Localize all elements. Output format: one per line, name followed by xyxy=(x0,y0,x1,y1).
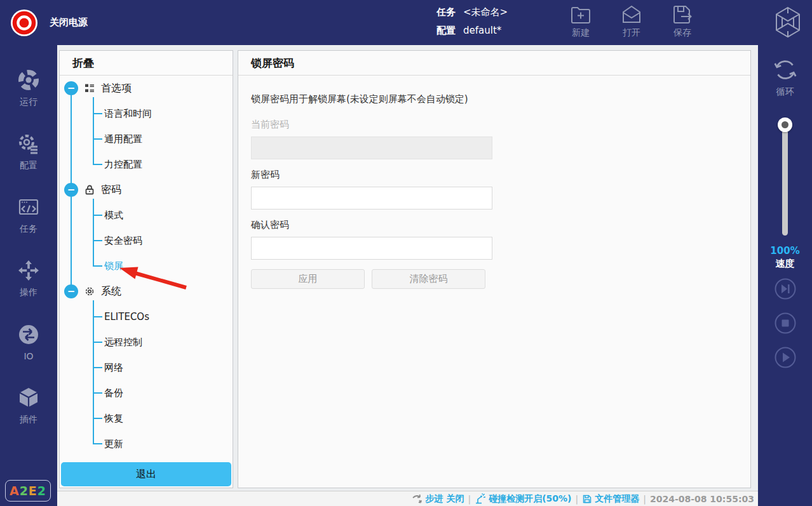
tree-item-remote-control[interactable]: 远程控制 xyxy=(60,330,233,355)
apply-button[interactable]: 应用 xyxy=(251,269,365,289)
right-sidebar: 循环 100% 速度 xyxy=(758,45,812,506)
task-code-icon xyxy=(17,196,40,218)
tree-group-system[interactable]: − 系统 xyxy=(60,279,233,304)
new-file-icon xyxy=(570,4,592,25)
collapse-node-icon[interactable]: − xyxy=(64,81,78,95)
open-file-icon xyxy=(621,4,642,25)
statusbar-separator: | xyxy=(575,494,578,504)
config-value: default* xyxy=(463,25,501,36)
tree-item-lock-screen[interactable]: 锁屏 xyxy=(60,253,233,279)
tree-item-safety-password[interactable]: 安全密码 xyxy=(60,228,233,253)
tree-group-label: 首选项 xyxy=(101,82,132,95)
file-manager-button[interactable]: 文件管理器 xyxy=(582,493,639,505)
confirm-password-input[interactable] xyxy=(251,237,492,260)
badge-char: 2 xyxy=(37,484,46,498)
settings-tree: − 首选项 语言和时间 通用配置 力控配置 − xyxy=(60,76,233,456)
power-icon xyxy=(10,9,38,37)
version-badge[interactable]: A 2 E 2 xyxy=(5,480,51,502)
form-description: 锁屏密码用于解锁屏幕(未设定则屏幕不会自动锁定) xyxy=(251,93,738,105)
badge-char: A xyxy=(10,484,20,498)
play-button[interactable] xyxy=(775,347,796,368)
sidebar-item-config[interactable]: 配置 xyxy=(0,120,57,183)
settings-tree-panel: 折叠 − 首选项 语言和时间 通用配置 力控配置 xyxy=(59,50,233,488)
sidebar-item-run[interactable]: 运行 xyxy=(0,57,57,120)
run-icon xyxy=(17,69,40,91)
tree-item-force-config[interactable]: 力控配置 xyxy=(60,152,233,177)
stop-button[interactable] xyxy=(775,312,796,334)
sidebar-item-plugin[interactable]: 插件 xyxy=(0,374,57,437)
tree-group-password[interactable]: − 密码 xyxy=(60,177,233,203)
topbar: 关闭电源 任务 <未命名> 配置 default* 新建 xyxy=(0,0,812,45)
tree-item-update[interactable]: 更新 xyxy=(60,431,233,456)
collapse-node-icon[interactable]: − xyxy=(64,183,78,197)
power-button[interactable]: 关闭电源 xyxy=(10,0,88,45)
app-root: 关闭电源 任务 <未命名> 配置 default* 新建 xyxy=(0,0,812,506)
io-circle-icon xyxy=(17,323,40,346)
statusbar-separator: | xyxy=(468,494,471,504)
system-gear-icon xyxy=(84,286,95,297)
new-password-label: 新密码 xyxy=(251,169,738,181)
collision-icon xyxy=(475,493,486,505)
step-mode-status[interactable]: 步进 关闭 xyxy=(412,493,464,505)
statusbar-separator: | xyxy=(643,494,646,504)
tree-item-network[interactable]: 网络 xyxy=(60,355,233,380)
lock-icon xyxy=(84,184,95,196)
exit-button[interactable]: 退出 xyxy=(61,462,231,486)
sidebar-item-label: 插件 xyxy=(20,414,37,425)
brand-cube-icon xyxy=(770,4,806,40)
task-info: 任务 <未命名> 配置 default* xyxy=(436,4,508,41)
loop-cycle-icon xyxy=(772,57,799,83)
tree-group-preferences[interactable]: − 首选项 xyxy=(60,76,233,101)
tree-panel-title: 折叠 xyxy=(72,56,94,70)
sidebar-item-io[interactable]: IO xyxy=(0,310,57,374)
config-label: 配置 xyxy=(436,25,456,37)
page-title: 锁屏密码 xyxy=(251,56,294,70)
current-password-input xyxy=(251,136,492,159)
new-password-input[interactable] xyxy=(251,187,492,210)
clear-password-button[interactable]: 清除密码 xyxy=(372,269,485,289)
tree-item-language-time[interactable]: 语言和时间 xyxy=(60,101,233,126)
sidebar-item-label: 任务 xyxy=(20,223,37,235)
skip-to-end-button[interactable] xyxy=(775,278,796,300)
slider-track[interactable] xyxy=(782,121,788,236)
badge-char: 2 xyxy=(20,484,29,498)
save-task-button[interactable]: 保存 xyxy=(663,4,701,39)
collapse-all-header[interactable]: 折叠 xyxy=(60,51,233,76)
preferences-list-icon xyxy=(84,83,95,94)
playback-controls xyxy=(758,278,812,368)
lock-screen-password-panel: 锁屏密码 锁屏密码用于解锁屏幕(未设定则屏幕不会自动锁定) 当前密码 新密码 确… xyxy=(238,50,751,488)
sidebar-item-operate[interactable]: 操作 xyxy=(0,247,57,310)
slider-knob[interactable] xyxy=(778,117,792,132)
confirm-password-label: 确认密码 xyxy=(251,219,738,231)
sidebar-item-label: 配置 xyxy=(20,160,37,171)
tree-item-restore[interactable]: 恢复 xyxy=(60,406,233,431)
datetime-display: 2024-08-08 10:55:03 xyxy=(650,494,754,504)
sidebar-item-label: IO xyxy=(24,351,33,361)
new-task-button[interactable]: 新建 xyxy=(562,4,600,39)
save-icon xyxy=(672,4,693,25)
sidebar-item-task[interactable]: 任务 xyxy=(0,183,57,247)
step-arrow-icon xyxy=(412,493,423,505)
topbar-actions: 新建 打开 保存 xyxy=(562,4,701,39)
tree-item-elitecos[interactable]: ELITECOs xyxy=(60,304,233,330)
tree-item-general-config[interactable]: 通用配置 xyxy=(60,126,233,152)
current-password-label: 当前密码 xyxy=(251,119,738,131)
page-title-bar: 锁屏密码 xyxy=(238,51,750,76)
task-label: 任务 xyxy=(436,6,456,18)
collision-detection-status[interactable]: 碰撞检测开启(50%) xyxy=(475,493,571,505)
speed-slider[interactable] xyxy=(758,116,812,243)
left-sidebar: 运行 配置 xyxy=(0,45,57,506)
tree-group-label: 系统 xyxy=(101,285,121,298)
move-arrows-icon xyxy=(17,259,40,282)
task-value: <未命名> xyxy=(463,6,508,18)
collapse-node-icon[interactable]: − xyxy=(64,284,78,298)
tree-group-label: 密码 xyxy=(101,183,121,197)
sidebar-item-label: 操作 xyxy=(20,287,37,298)
loop-mode-button[interactable]: 循环 xyxy=(758,57,812,98)
open-task-button[interactable]: 打开 xyxy=(612,4,651,39)
speed-percent: 100% xyxy=(758,245,812,256)
sidebar-item-label: 运行 xyxy=(20,97,37,108)
badge-char: E xyxy=(29,484,37,498)
tree-item-mode[interactable]: 模式 xyxy=(60,203,233,228)
tree-item-backup[interactable]: 备份 xyxy=(60,380,233,406)
